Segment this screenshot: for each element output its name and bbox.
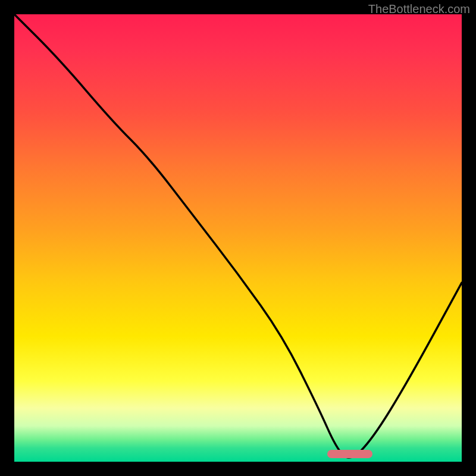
plot-area [14, 14, 462, 462]
optimal-range-marker [327, 450, 372, 458]
bottleneck-curve [14, 14, 462, 462]
chart-container: TheBottleneck.com [0, 0, 476, 476]
watermark-text: TheBottleneck.com [368, 2, 470, 16]
